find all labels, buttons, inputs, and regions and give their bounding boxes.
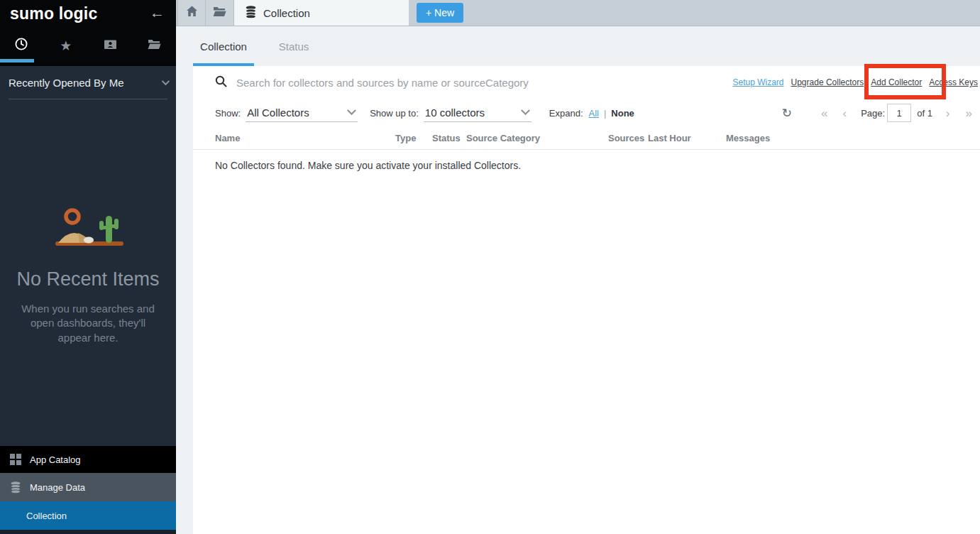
access-keys-link[interactable]: Access Keys — [929, 77, 978, 87]
pagination: ↻ « ‹ Page: of 1 › » — [782, 104, 980, 122]
chevron-down-icon — [521, 106, 530, 115]
collection-panel: Setup Wizard Upgrade Collectors Add Coll… — [193, 66, 980, 534]
clock-icon — [14, 37, 28, 54]
last-page-icon[interactable]: » — [966, 107, 972, 119]
first-page-icon[interactable]: « — [821, 107, 827, 119]
sidebar-tab-recents[interactable] — [7, 31, 35, 60]
search-row: Setup Wizard Upgrade Collectors Add Coll… — [193, 66, 980, 99]
limit-value: 10 collectors — [424, 107, 485, 119]
sumo-logic-logo: sumo logic — [10, 4, 97, 23]
expand-label: Expand: — [549, 108, 583, 119]
page-tabs: Collection Status — [176, 26, 980, 66]
show-label: Show: — [215, 108, 241, 119]
sidebar-item-app-catalog[interactable]: App Catalog — [0, 446, 176, 473]
main-area: Collection + New Collection Status Setup… — [176, 0, 980, 534]
library-tab-button[interactable] — [206, 0, 234, 26]
tab-label: Status — [279, 40, 309, 53]
sidebar-tab-library[interactable] — [96, 31, 124, 60]
sidebar-bottom-strip — [0, 530, 176, 534]
sidebar-bottom-nav: App Catalog Manage Data Collection — [0, 446, 176, 530]
sidebar-item-label: App Catalog — [30, 454, 81, 465]
no-recent-items-title: No Recent Items — [0, 268, 176, 290]
sidebar-active-tab-indicator — [0, 59, 34, 62]
quick-links: Setup Wizard Upgrade Collectors Add Coll… — [733, 77, 980, 87]
setup-wizard-link[interactable]: Setup Wizard — [733, 77, 784, 87]
open-folder-icon — [213, 6, 226, 20]
collectors-table-header: Name Type Status Source Category Sources… — [193, 127, 980, 150]
sidebar-tab-favorites[interactable]: ★ — [52, 31, 80, 60]
page-of-text: of 1 — [917, 108, 932, 119]
no-collectors-message: No Collectors found. Make sure you activ… — [193, 150, 980, 171]
home-icon — [186, 6, 198, 20]
collapse-sidebar-icon[interactable]: ← — [150, 4, 165, 21]
page-number-input[interactable] — [887, 104, 911, 122]
sidebar-item-collection[interactable]: Collection — [0, 501, 176, 530]
sidebar-icon-tabs: ★ — [0, 28, 176, 62]
new-button[interactable]: + New — [417, 3, 463, 23]
home-button[interactable] — [177, 0, 206, 26]
desert-illustration — [45, 206, 131, 253]
column-header-name[interactable]: Name — [215, 133, 240, 143]
tab-collection[interactable]: Collection — [193, 26, 254, 66]
column-header-sources[interactable]: Sources — [608, 133, 644, 143]
refresh-icon[interactable]: ↻ — [782, 106, 792, 121]
tab-label: Collection — [200, 40, 247, 53]
database-icon — [10, 481, 23, 494]
sidebar-item-manage-data[interactable]: Manage Data — [0, 473, 176, 501]
document-tab-strip: Collection + New — [176, 0, 980, 26]
column-header-source-category[interactable]: Source Category — [466, 133, 540, 143]
sidebar-header: sumo logic ← ★ — [0, 0, 176, 66]
expand-none-link[interactable]: None — [611, 108, 634, 119]
limit-dropdown[interactable]: 10 collectors — [424, 104, 532, 122]
search-icon — [215, 75, 227, 90]
search-input[interactable] — [236, 77, 733, 89]
recently-opened-dropdown[interactable]: Recently Opened By Me — [9, 66, 167, 99]
expand-separator: | — [604, 108, 606, 119]
filter-row: Show: All Collectors Show up to: 10 coll… — [193, 99, 980, 127]
recently-opened-label: Recently Opened By Me — [9, 77, 124, 89]
grid-icon — [10, 454, 23, 465]
sidebar-tab-folders[interactable] — [141, 31, 169, 60]
page-label: Page: — [861, 108, 885, 119]
library-icon — [104, 38, 117, 53]
column-header-type[interactable]: Type — [395, 133, 416, 143]
expand-controls: Expand: All | None — [549, 108, 634, 119]
no-recent-items-message: When you run searches and open dashboard… — [0, 302, 176, 345]
sidebar-empty-state: No Recent Items When you run searches an… — [0, 206, 176, 345]
open-folder-icon — [148, 38, 161, 53]
column-header-status[interactable]: Status — [432, 133, 461, 143]
sidebar: sumo logic ← ★ — [0, 0, 176, 534]
column-header-messages[interactable]: Messages — [726, 133, 770, 143]
chevron-down-icon — [162, 77, 170, 85]
prev-page-icon[interactable]: ‹ — [843, 107, 847, 119]
star-icon: ★ — [60, 38, 72, 54]
chevron-down-icon — [347, 106, 356, 115]
limit-label: Show up to: — [370, 108, 419, 119]
tab-collection-document[interactable]: Collection — [234, 0, 409, 26]
sidebar-item-label: Collection — [26, 511, 67, 521]
tab-status[interactable]: Status — [274, 26, 314, 66]
show-filter-dropdown[interactable]: All Collectors — [246, 104, 358, 122]
add-collector-link[interactable]: Add Collector — [871, 77, 922, 87]
sidebar-item-label: Manage Data — [30, 482, 85, 493]
doc-tab-label: Collection — [263, 7, 310, 19]
database-icon — [245, 6, 257, 21]
column-header-last-hour[interactable]: Last Hour — [648, 133, 691, 143]
app-window: sumo logic ← ★ — [0, 0, 980, 534]
upgrade-collectors-link[interactable]: Upgrade Collectors — [791, 77, 864, 87]
expand-all-link[interactable]: All — [589, 108, 599, 119]
show-filter-value: All Collectors — [246, 107, 309, 119]
next-page-icon[interactable]: › — [946, 107, 950, 119]
